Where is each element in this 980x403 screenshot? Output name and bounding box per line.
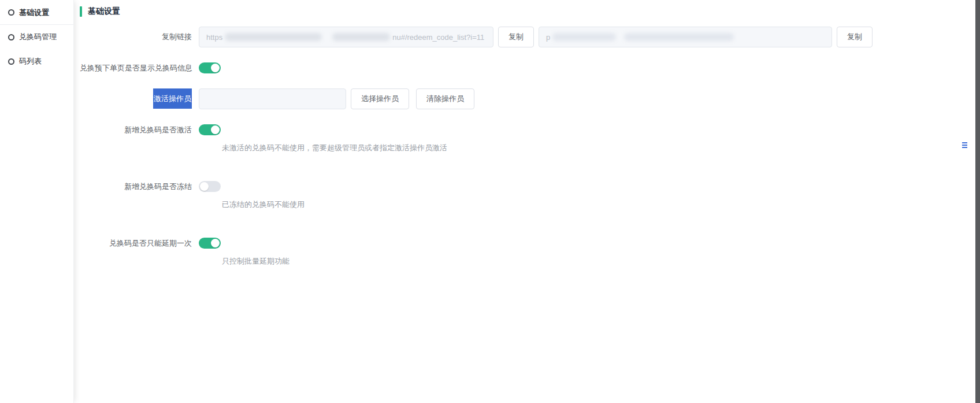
main-content: 基础设置 复制链接 https nu#/redeem_code_list?i=1… xyxy=(74,0,980,403)
extend-once-toggle[interactable] xyxy=(199,238,221,249)
activation-operator-label: 激活操作员 xyxy=(80,94,199,104)
sidebar: 基础设置 兑换码管理 码列表 xyxy=(0,0,74,403)
copy-button-1[interactable]: 复制 xyxy=(498,27,534,47)
sidebar-item-code-list[interactable]: 码列表 xyxy=(0,49,73,73)
circle-icon xyxy=(8,58,14,65)
link-text-prefix: https xyxy=(206,33,222,42)
select-operator-button[interactable]: 选择操作员 xyxy=(351,88,409,109)
copy-link-input-2[interactable]: p xyxy=(539,27,832,47)
accent-bar xyxy=(80,6,82,17)
show-code-info-toggle[interactable] xyxy=(199,62,221,73)
clear-operator-button[interactable]: 清除操作员 xyxy=(416,88,474,109)
circle-icon xyxy=(8,34,14,40)
redacted-text xyxy=(552,33,616,41)
form-row-activation-operator: 激活操作员 选择操作员 清除操作员 xyxy=(80,88,968,109)
page-title: 基础设置 xyxy=(88,6,120,17)
section-title: 基础设置 xyxy=(80,6,968,17)
form-row-copy-link: 复制链接 https nu#/redeem_code_list?i=11 复制 … xyxy=(80,27,968,47)
form-row-new-code-frozen: 新增兑换码是否冻结 已冻结的兑换码不能使用 xyxy=(80,181,968,210)
copy-link-input-1[interactable]: https nu#/redeem_code_list?i=11 xyxy=(199,27,493,47)
copy-link-label: 复制链接 xyxy=(80,32,199,42)
new-code-activated-label: 新增兑换码是否激活 xyxy=(80,125,199,135)
sidebar-item-basic-settings[interactable]: 基础设置 xyxy=(0,1,73,25)
sidebar-item-label: 码列表 xyxy=(19,56,42,66)
new-code-frozen-hint: 已冻结的兑换码不能使用 xyxy=(222,199,968,210)
new-code-frozen-label: 新增兑换码是否冻结 xyxy=(80,182,199,192)
new-code-frozen-toggle[interactable] xyxy=(199,181,221,192)
link-text-prefix: p xyxy=(546,33,550,42)
sidebar-item-label: 兑换码管理 xyxy=(19,32,57,42)
extend-once-label: 兑换码是否只能延期一次 xyxy=(80,238,199,249)
new-code-activated-hint: 未激活的兑换码不能使用，需要超级管理员或者指定激活操作员激活 xyxy=(222,142,968,153)
extend-once-hint: 只控制批量延期功能 xyxy=(222,256,968,267)
form-row-new-code-activated: 新增兑换码是否激活 未激活的兑换码不能使用，需要超级管理员或者指定激活操作员激活 xyxy=(80,124,968,153)
new-code-activated-toggle[interactable] xyxy=(199,124,221,135)
activation-operator-input[interactable] xyxy=(199,88,346,109)
sidebar-item-label: 基础设置 xyxy=(19,8,49,18)
selected-text-highlight: 激活操作员 xyxy=(153,88,192,109)
form-row-show-code-info: 兑换预下单页是否显示兑换码信息 xyxy=(80,62,968,73)
form-row-extend-once: 兑换码是否只能延期一次 只控制批量延期功能 xyxy=(80,238,968,267)
redacted-text xyxy=(225,33,322,41)
redacted-text xyxy=(624,33,734,41)
link-text-suffix: nu#/redeem_code_list?i=11 xyxy=(392,33,484,42)
annotation-marker-icon xyxy=(962,142,967,149)
sidebar-item-redeem-code-management[interactable]: 兑换码管理 xyxy=(0,25,73,49)
copy-button-2[interactable]: 复制 xyxy=(837,27,873,47)
redacted-text xyxy=(332,33,390,41)
vertical-scrollbar[interactable] xyxy=(975,0,980,403)
circle-icon xyxy=(8,9,14,16)
show-code-info-label: 兑换预下单页是否显示兑换码信息 xyxy=(80,63,199,73)
